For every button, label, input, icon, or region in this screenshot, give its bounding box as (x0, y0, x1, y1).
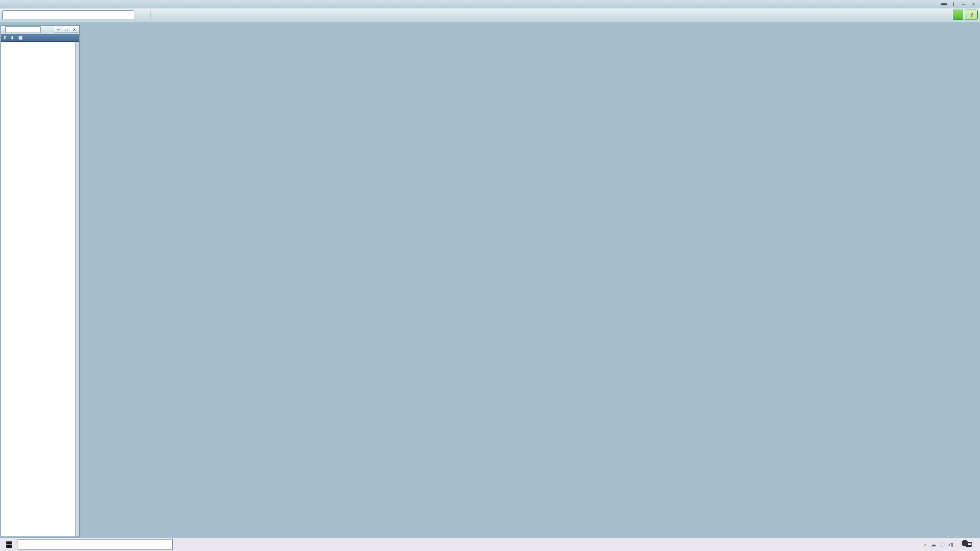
pin-icon[interactable]: ✛ (950, 2, 957, 7)
instrument-search[interactable] (2, 10, 134, 20)
minimize-watchlist-button[interactable]: ─ (55, 27, 62, 33)
brand-badge (941, 3, 947, 5)
push-button[interactable] (953, 10, 963, 20)
maximize-watchlist-button[interactable]: □ (63, 27, 70, 33)
watchlist-header: ⬆ ⬇ ▦ (1, 34, 79, 42)
tray-chevron-icon[interactable]: ∧ (924, 542, 927, 547)
minimize-app-button[interactable]: ─ (960, 2, 967, 7)
list-name-input[interactable] (5, 26, 41, 33)
app-menubar: ✛ ─ ✕ (0, 0, 980, 8)
start-button[interactable] (0, 538, 18, 551)
notification-center-icon[interactable] (961, 541, 976, 548)
chart-column-icon: ▦ (16, 35, 25, 41)
sell-column-icon: ⬇ (8, 35, 16, 41)
search-input[interactable] (4, 12, 132, 18)
tray-network-icon[interactable]: 🖵 (940, 542, 944, 547)
watchlist-titlebar[interactable]: ─ □ ✕ (1, 26, 79, 34)
taskbar-search[interactable] (18, 539, 173, 550)
close-watchlist-button[interactable]: ✕ (71, 27, 78, 33)
tray-onedrive-icon[interactable]: ☁ (931, 541, 936, 548)
watchlist-window: ─ □ ✕ ⬆ ⬇ ▦ (1, 25, 80, 537)
notification-badge (962, 540, 968, 546)
open-chart-icon[interactable] (137, 10, 147, 20)
close-app-button[interactable]: ✕ (970, 2, 977, 7)
app-toolbar (0, 8, 980, 22)
tray-volume-icon[interactable]: ◁) (948, 542, 953, 547)
windows-taskbar: ∧ ☁ 🖵 ◁) (0, 538, 980, 551)
watchlist-scrollbar[interactable] (75, 42, 79, 536)
buy-column-icon: ⬆ (1, 35, 8, 41)
dealthru-button[interactable]: ƒ (965, 10, 978, 20)
